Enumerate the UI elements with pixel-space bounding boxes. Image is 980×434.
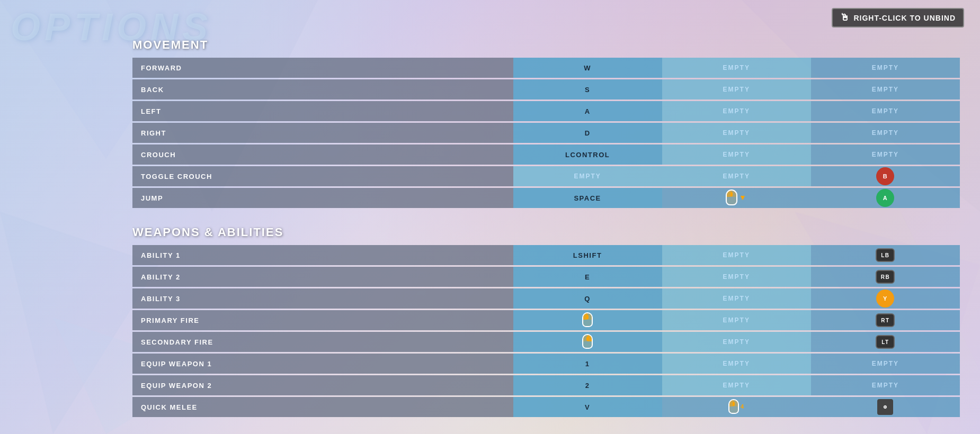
mouse-right-icon xyxy=(582,334,593,349)
key-controller[interactable]: EMPTY xyxy=(811,79,960,100)
key-controller[interactable]: EMPTY xyxy=(811,123,960,143)
table-row[interactable]: RIGHT D EMPTY EMPTY xyxy=(132,123,960,143)
table-row[interactable]: QUICK MELEE V 4 ⊕ xyxy=(132,397,960,417)
controller-lt-button: LT xyxy=(876,335,895,349)
key-secondary[interactable]: 4 xyxy=(662,397,811,417)
key-controller[interactable]: EMPTY xyxy=(811,58,960,78)
key-controller[interactable]: EMPTY xyxy=(811,354,960,374)
mouse-body xyxy=(728,399,739,414)
key-controller[interactable]: B xyxy=(811,166,960,186)
key-controller[interactable]: EMPTY xyxy=(811,375,960,395)
key-secondary[interactable]: EMPTY xyxy=(662,123,811,143)
key-controller[interactable]: LT xyxy=(811,332,960,352)
key-secondary[interactable]: EMPTY xyxy=(662,79,811,100)
action-label: QUICK MELEE xyxy=(132,397,513,417)
mouse-scroll-wheel xyxy=(586,315,589,319)
key-primary[interactable]: A xyxy=(513,101,662,121)
key-secondary[interactable]: EMPTY xyxy=(662,144,811,165)
key-primary[interactable]: 1 xyxy=(513,354,662,374)
key-secondary[interactable]: EMPTY xyxy=(662,166,811,186)
key-primary[interactable]: V xyxy=(513,397,662,417)
key-secondary[interactable]: EMPTY xyxy=(662,101,811,121)
key-controller[interactable]: Y xyxy=(811,288,960,309)
table-row[interactable]: ABILITY 2 E EMPTY RB xyxy=(132,267,960,287)
key-secondary[interactable]: ▼ xyxy=(662,188,811,208)
key-controller[interactable]: LB xyxy=(811,245,960,265)
action-label: EQUIP WEAPON 2 xyxy=(132,375,513,395)
table-row[interactable]: TOGGLE CROUCH EMPTY EMPTY B xyxy=(132,166,960,186)
key-controller[interactable]: ⊕ xyxy=(811,397,960,417)
action-label: JUMP xyxy=(132,188,513,208)
table-row[interactable]: LEFT A EMPTY EMPTY xyxy=(132,101,960,121)
action-label: FORWARD xyxy=(132,58,513,78)
mouse-number: 4 xyxy=(741,403,745,410)
controller-rt-button: RT xyxy=(876,313,895,327)
table-row[interactable]: FORWARD W EMPTY EMPTY xyxy=(132,58,960,78)
section-movement-header: MOVEMENT xyxy=(132,38,960,52)
mouse-body xyxy=(582,334,593,349)
key-primary[interactable]: D xyxy=(513,123,662,143)
mouse-scroll-wheel xyxy=(586,337,589,341)
arrow-down-icon: ▼ xyxy=(739,194,747,201)
controller-lb-button: LB xyxy=(876,248,895,262)
main-content: 🖱 RIGHT-CLICK TO UNBIND MOVEMENT FORWARD… xyxy=(132,5,964,429)
action-label: CROUCH xyxy=(132,144,513,165)
action-label: BACK xyxy=(132,79,513,100)
controller-a-button: A xyxy=(876,189,894,207)
mouse-unbind-icon: 🖱 xyxy=(840,12,850,23)
key-primary[interactable] xyxy=(513,332,662,352)
key-primary[interactable]: EMPTY xyxy=(513,166,662,186)
key-secondary[interactable]: EMPTY xyxy=(662,267,811,287)
mouse-body xyxy=(726,189,737,205)
key-controller[interactable]: EMPTY xyxy=(811,101,960,121)
mouse-scroll-wheel xyxy=(730,192,733,196)
key-secondary[interactable]: EMPTY xyxy=(662,288,811,309)
key-secondary[interactable]: EMPTY xyxy=(662,354,811,374)
key-primary[interactable]: SPACE xyxy=(513,188,662,208)
key-secondary[interactable]: EMPTY xyxy=(662,310,811,330)
key-secondary[interactable]: EMPTY xyxy=(662,245,811,265)
key-primary[interactable]: LSHIFT xyxy=(513,245,662,265)
key-primary[interactable]: Q xyxy=(513,288,662,309)
key-primary[interactable] xyxy=(513,310,662,330)
table-row[interactable]: CROUCH LCONTROL EMPTY EMPTY xyxy=(132,144,960,165)
table-row[interactable]: JUMP SPACE ▼ xyxy=(132,188,960,208)
table-row[interactable]: SECONDARY FIRE EMPTY LT xyxy=(132,332,960,352)
key-controller[interactable]: EMPTY xyxy=(811,144,960,165)
mouse-scroll-icon: ▼ xyxy=(726,189,747,205)
key-primary[interactable]: LCONTROL xyxy=(513,144,662,165)
controller-b-button: B xyxy=(876,167,894,185)
action-label: PRIMARY FIRE xyxy=(132,310,513,330)
key-primary[interactable]: S xyxy=(513,79,662,100)
key-secondary[interactable]: EMPTY xyxy=(662,332,811,352)
key-controller[interactable]: RB xyxy=(811,267,960,287)
table-row[interactable]: ABILITY 1 LSHIFT EMPTY LB xyxy=(132,245,960,265)
section-divider xyxy=(132,215,960,219)
key-controller[interactable]: A xyxy=(811,188,960,208)
table-row[interactable]: EQUIP WEAPON 2 2 EMPTY EMPTY xyxy=(132,375,960,395)
table-row[interactable]: EQUIP WEAPON 1 1 EMPTY EMPTY xyxy=(132,354,960,374)
section-weapons-header: WEAPONS & ABILITIES xyxy=(132,225,960,239)
key-primary[interactable]: W xyxy=(513,58,662,78)
mouse-body xyxy=(582,312,593,327)
action-label: LEFT xyxy=(132,101,513,121)
key-primary[interactable]: E xyxy=(513,267,662,287)
controller-dpad-button: ⊕ xyxy=(877,399,893,415)
key-secondary[interactable]: EMPTY xyxy=(662,375,811,395)
movement-table: FORWARD W EMPTY EMPTY BACK S EMPTY EMPTY… xyxy=(132,56,960,210)
table-row[interactable]: PRIMARY FIRE EMPTY RT xyxy=(132,310,960,330)
key-primary[interactable]: 2 xyxy=(513,375,662,395)
action-label: ABILITY 1 xyxy=(132,245,513,265)
table-row[interactable]: BACK S EMPTY EMPTY xyxy=(132,79,960,100)
table-row[interactable]: ABILITY 3 Q EMPTY Y xyxy=(132,288,960,309)
action-label: ABILITY 3 xyxy=(132,288,513,309)
controller-y-button: Y xyxy=(876,290,894,308)
action-label: ABILITY 2 xyxy=(132,267,513,287)
action-label: TOGGLE CROUCH xyxy=(132,166,513,186)
key-controller[interactable]: RT xyxy=(811,310,960,330)
mouse-left-icon xyxy=(582,312,593,327)
action-label: SECONDARY FIRE xyxy=(132,332,513,352)
top-bar: 🖱 RIGHT-CLICK TO UNBIND xyxy=(132,5,964,32)
scroll-container[interactable]: MOVEMENT FORWARD W EMPTY EMPTY BACK S EM… xyxy=(132,32,964,429)
key-secondary[interactable]: EMPTY xyxy=(662,58,811,78)
